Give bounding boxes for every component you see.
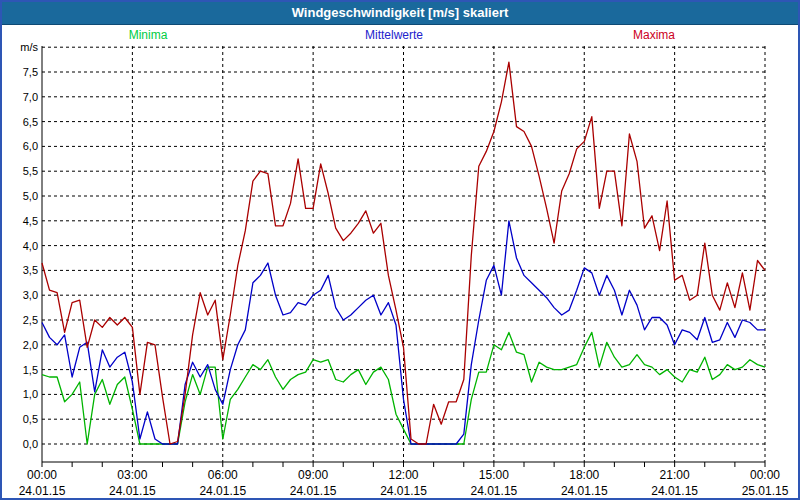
y-axis-unit-label: m/s	[20, 41, 38, 53]
y-tick-label: 5,5	[23, 165, 38, 177]
x-tick-date: 24.01.15	[561, 484, 608, 498]
y-tick-label: 2,5	[23, 314, 38, 326]
y-tick-label: 6,0	[23, 140, 38, 152]
y-tick-label: 7,0	[23, 91, 38, 103]
x-tick-date: 24.01.15	[290, 484, 337, 498]
y-tick-label: 4,0	[23, 240, 38, 252]
x-tick-time: 09:00	[298, 468, 328, 482]
x-tick-time: 15:00	[479, 468, 509, 482]
x-tick-date: 24.01.15	[19, 484, 66, 498]
y-tick-label: 7,5	[23, 66, 38, 78]
y-tick-label: 1,5	[23, 364, 38, 376]
y-tick-label: 3,0	[23, 289, 38, 301]
x-tick-date: 24.01.15	[109, 484, 156, 498]
y-tick-label: 0,5	[23, 413, 38, 425]
x-tick-date: 24.01.15	[380, 484, 427, 498]
chart-svg: 0,00,51,01,52,02,53,03,54,04,55,05,56,06…	[2, 2, 800, 500]
y-tick-label: 4,5	[23, 215, 38, 227]
x-tick-time: 21:00	[660, 468, 690, 482]
x-tick-date: 24.01.15	[199, 484, 246, 498]
series-line-mittelwerte	[42, 221, 765, 444]
y-tick-label: 6,5	[23, 116, 38, 128]
y-tick-label: 1,0	[23, 388, 38, 400]
x-tick-time: 00:00	[27, 468, 57, 482]
x-tick-date: 25.01.15	[742, 484, 789, 498]
y-tick-label: 3,5	[23, 264, 38, 276]
x-tick-time: 00:00	[750, 468, 780, 482]
x-tick-time: 06:00	[208, 468, 238, 482]
x-tick-date: 24.01.15	[651, 484, 698, 498]
wind-chart-window: Windgeschwindigkeit [m/s] skaliert Minim…	[0, 0, 800, 500]
x-tick-time: 18:00	[569, 468, 599, 482]
y-tick-label: 0,0	[23, 438, 38, 450]
x-tick-date: 24.01.15	[471, 484, 518, 498]
x-tick-time: 12:00	[388, 468, 418, 482]
x-tick-time: 03:00	[117, 468, 147, 482]
y-tick-label: 5,0	[23, 190, 38, 202]
y-tick-label: 2,0	[23, 339, 38, 351]
